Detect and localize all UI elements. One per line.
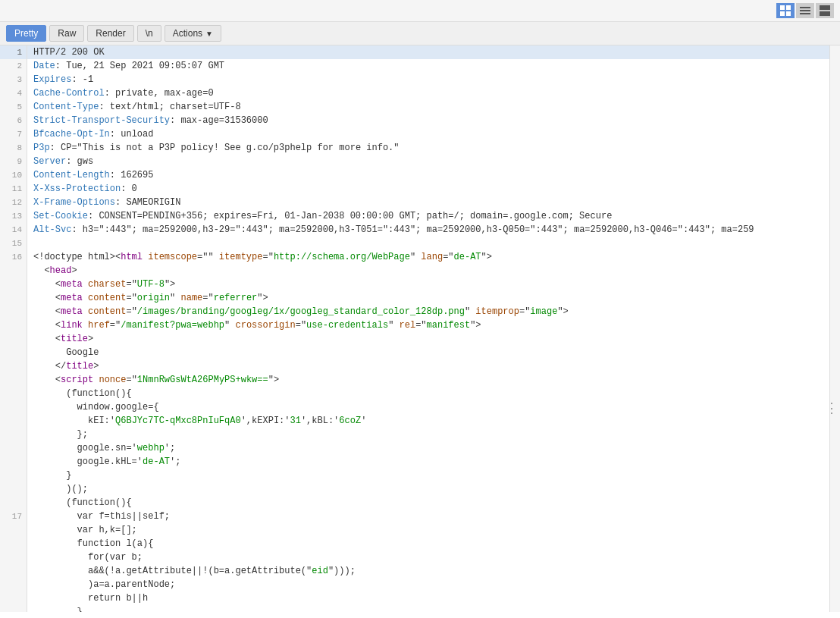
- line-number: [0, 387, 27, 400]
- line-number: 11: [0, 182, 27, 196]
- line-numbers: 1234567891011121314151617: [0, 45, 27, 612]
- svg-rect-5: [800, 10, 810, 11]
- actions-label: Actions: [173, 28, 202, 39]
- line-number: [0, 346, 27, 359]
- code-line: for(var b;: [27, 551, 829, 564]
- list-icon: [800, 5, 810, 16]
- svg-rect-3: [786, 11, 791, 16]
- code-line: function l(a){: [27, 537, 829, 551]
- line-number: [0, 482, 27, 496]
- code-line: <head>: [27, 264, 829, 278]
- svg-rect-7: [820, 5, 830, 10]
- code-line: }: [27, 605, 829, 612]
- code-line: (function(){: [27, 496, 829, 510]
- line-number: [0, 537, 27, 551]
- tab-pretty[interactable]: Pretty: [6, 25, 46, 42]
- code-line: a&&(!a.getAttribute||!(b=a.getAttribute(…: [27, 564, 829, 578]
- line-number: [0, 441, 27, 455]
- line-number: 16: [0, 250, 27, 264]
- code-line: Alt-Svc: h3=":443"; ma=2592000,h3-29=":4…: [27, 223, 829, 237]
- code-line: Date: Tue, 21 Sep 2021 09:05:07 GMT: [27, 59, 829, 73]
- code-line: Expires: -1: [27, 73, 829, 86]
- code-line: <link href="/manifest?pwa=webhp" crossor…: [27, 318, 829, 332]
- code-line: P3p: CP="This is not a P3P policy! See g…: [27, 141, 829, 155]
- line-number: [0, 496, 27, 510]
- line-number: [0, 455, 27, 469]
- line-number: 13: [0, 209, 27, 223]
- actions-button[interactable]: Actions ▼: [165, 25, 221, 42]
- code-line: google.kHL='de-AT';: [27, 455, 829, 469]
- content-area: 1234567891011121314151617 HTTP/2 200 OKD…: [0, 45, 840, 612]
- svg-rect-8: [820, 11, 830, 16]
- line-number: [0, 605, 27, 612]
- line-number: 17: [0, 510, 27, 523]
- svg-rect-6: [800, 13, 810, 14]
- line-number: 7: [0, 127, 27, 141]
- grid-view-button[interactable]: [776, 3, 795, 18]
- line-number: 6: [0, 114, 27, 127]
- code-line: };: [27, 428, 829, 441]
- code-line: window.google={: [27, 400, 829, 414]
- line-number: [0, 291, 27, 305]
- list-view-button[interactable]: [796, 3, 814, 18]
- line-number: [0, 578, 27, 591]
- chevron-down-icon: ▼: [205, 30, 213, 38]
- response-panel: Pretty Raw Render \n Actions ▼ 123456789…: [0, 0, 840, 612]
- line-number: 4: [0, 86, 27, 100]
- line-number: [0, 564, 27, 578]
- grid-icon: [780, 5, 791, 16]
- tab-render[interactable]: Render: [87, 25, 133, 42]
- code-line: var f=this||self;: [27, 510, 829, 523]
- code-line: return b||h: [27, 591, 829, 605]
- line-number: [0, 414, 27, 428]
- code-line: )a=a.parentNode;: [27, 578, 829, 591]
- code-line: (function(){: [27, 387, 829, 400]
- line-number: [0, 332, 27, 346]
- code-line: Content-Length: 162695: [27, 168, 829, 182]
- line-number: [0, 373, 27, 387]
- line-number: [0, 318, 27, 332]
- line-number: [0, 264, 27, 278]
- horizontal-view-button[interactable]: [816, 3, 834, 18]
- code-line: <script nonce="1NmnRwGsWtA26PMyPS+wkw=="…: [27, 373, 829, 387]
- line-number: 12: [0, 196, 27, 209]
- tab-newline[interactable]: \n: [137, 25, 161, 42]
- line-number: [0, 469, 27, 482]
- line-number: 5: [0, 100, 27, 114]
- code-line: Cache-Control: private, max-age=0: [27, 86, 829, 100]
- line-number: [0, 523, 27, 537]
- code-line: Content-Type: text/html; charset=UTF-8: [27, 100, 829, 114]
- code-line: <meta charset="UTF-8">: [27, 278, 829, 291]
- line-number: [0, 551, 27, 564]
- code-content[interactable]: HTTP/2 200 OKDate: Tue, 21 Sep 2021 09:0…: [27, 45, 829, 612]
- code-line: google.sn='webhp';: [27, 441, 829, 455]
- line-number: [0, 359, 27, 373]
- line-number: 3: [0, 73, 27, 86]
- line-number: 8: [0, 141, 27, 155]
- code-line: <meta content="/images/branding/googleg/…: [27, 305, 829, 318]
- code-line: Bfcache-Opt-In: unload: [27, 127, 829, 141]
- code-line: }: [27, 469, 829, 482]
- more-options-icon[interactable]: ⋮: [825, 402, 838, 416]
- code-line: X-Frame-Options: SAMEORIGIN: [27, 196, 829, 209]
- horizontal-icon: [820, 5, 830, 16]
- code-line: kEI:'Q6BJYc7TC-qMxc8PnIuFqA0',kEXPI:'31'…: [27, 414, 829, 428]
- line-number: [0, 428, 27, 441]
- tab-raw[interactable]: Raw: [49, 25, 84, 42]
- code-line: Strict-Transport-Security: max-age=31536…: [27, 114, 829, 127]
- svg-rect-0: [780, 5, 785, 10]
- code-line: <title>: [27, 332, 829, 346]
- code-line: Server: gws: [27, 155, 829, 168]
- line-number: [0, 400, 27, 414]
- line-number: 9: [0, 155, 27, 168]
- line-number: [0, 305, 27, 318]
- code-line: )();: [27, 482, 829, 496]
- line-number: [0, 591, 27, 605]
- line-number: [0, 278, 27, 291]
- line-number: 15: [0, 237, 27, 250]
- code-line: Google: [27, 346, 829, 359]
- view-icons-group: [776, 3, 834, 18]
- code-line: var h,k=[];: [27, 523, 829, 537]
- code-line: <!doctype html><html itemscope="" itemty…: [27, 250, 829, 264]
- svg-rect-1: [786, 5, 791, 10]
